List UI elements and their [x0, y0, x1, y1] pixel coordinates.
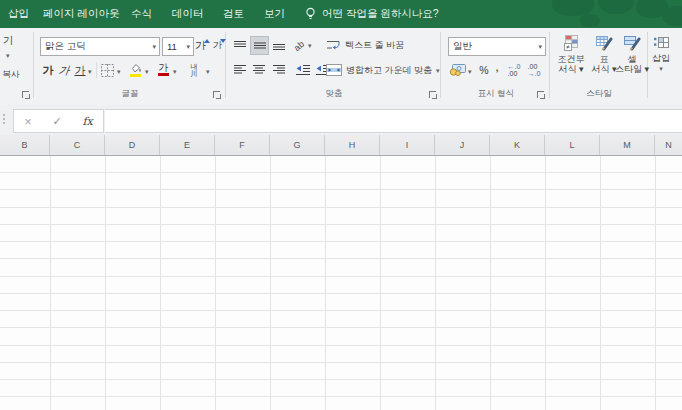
chevron-down-icon: ▾: [149, 43, 159, 50]
column-header-E[interactable]: E: [160, 135, 215, 155]
format-as-table-button[interactable]: 표 서식 ▾: [591, 35, 617, 91]
paste-button[interactable]: 기: [3, 34, 14, 48]
align-center-button[interactable]: [250, 61, 267, 78]
tab-data[interactable]: 데이터: [170, 0, 206, 28]
clipboard-group: 기 ▾ 복사: [0, 28, 33, 105]
font-color-dropdown-arrow[interactable]: ▾: [173, 68, 177, 75]
merge-center-icon: [326, 64, 342, 76]
font-group-label: 글꼴: [36, 88, 224, 100]
number-group-label: 표시 형식: [444, 88, 548, 100]
grow-font-button[interactable]: 가: [195, 36, 210, 54]
underline-button[interactable]: 가: [73, 61, 87, 79]
column-header-B[interactable]: B: [0, 135, 50, 155]
font-name-select[interactable]: 맑은 고딕 ▾: [40, 37, 160, 56]
accounting-format-icon: [449, 63, 466, 76]
tab-insert[interactable]: 삽입: [6, 0, 31, 28]
group-divider: [549, 32, 550, 98]
column-header-J[interactable]: J: [435, 135, 490, 155]
spreadsheet-grid[interactable]: [0, 156, 682, 410]
shrink-font-button[interactable]: 가: [212, 36, 227, 54]
number-group: 일반 ▾ ▾ % , ←.0 .00: [444, 28, 548, 105]
column-header-M[interactable]: M: [600, 135, 655, 155]
cell-styles-icon: [624, 35, 641, 51]
wrap-text-button[interactable]: 텍스트 줄 바꿈: [326, 36, 404, 54]
ribbon-content: 기 ▾ 복사 맑은 고딕 ▾ 11 ▾ 가 가 가 가: [0, 28, 682, 106]
name-box-resize-grip[interactable]: [3, 114, 5, 124]
tell-me-box[interactable]: 어떤 작업을 원하시나요?: [305, 0, 439, 28]
tab-formulas[interactable]: 수식: [129, 0, 154, 28]
column-header-G[interactable]: G: [270, 135, 325, 155]
font-size-select[interactable]: 11 ▾: [162, 37, 194, 56]
number-dialog-launcher[interactable]: [537, 91, 545, 99]
cell-styles-button[interactable]: 셀 스타일 ▾: [618, 35, 646, 91]
decrease-decimal-button[interactable]: .00 →.0: [525, 61, 543, 78]
styles-group-label: 스타일: [552, 88, 646, 100]
align-bottom-icon: [273, 40, 285, 51]
percent-style-button[interactable]: %: [477, 61, 491, 78]
column-header-H[interactable]: H: [325, 135, 380, 155]
fill-color-dropdown-arrow[interactable]: ▾: [145, 68, 149, 75]
merge-center-button[interactable]: 병합하고 가운데 맞춤 ▾: [326, 61, 440, 79]
phonetic-dropdown-arrow[interactable]: ▾: [206, 68, 210, 75]
cancel-button[interactable]: ×: [24, 114, 32, 129]
align-bottom-button[interactable]: [270, 37, 287, 54]
cell-styles-label: 셀 스타일 ▾: [615, 54, 649, 74]
column-headers: BCDEFGHIJKLMN: [0, 135, 682, 156]
decrease-indent-button[interactable]: [294, 61, 312, 78]
group-divider: [440, 32, 441, 98]
enter-button[interactable]: ✓: [53, 115, 62, 128]
align-top-icon: [234, 40, 246, 51]
clipboard-dialog-launcher[interactable]: [22, 91, 30, 99]
formula-input[interactable]: [105, 109, 682, 133]
underline-dropdown-arrow[interactable]: ▾: [88, 68, 92, 75]
insert-cells-button[interactable]: 삽입 ▾: [652, 35, 682, 91]
conditional-formatting-label: 조건부 서식 ▾: [558, 54, 585, 74]
align-center-icon: [253, 64, 265, 75]
align-left-icon: [234, 64, 246, 75]
font-color-button[interactable]: 가: [156, 60, 171, 78]
cells-group: 삽입 ▾: [650, 28, 682, 105]
increase-decimal-button[interactable]: ←.0 .00: [505, 61, 523, 78]
alignment-group-label: 맞춤: [228, 88, 440, 100]
copy-button[interactable]: 복사: [2, 68, 20, 81]
comma-style-button[interactable]: ,: [492, 58, 502, 75]
orientation-button[interactable]: ab ▾: [294, 37, 312, 54]
accounting-format-button[interactable]: [448, 61, 466, 78]
orientation-icon: ab: [292, 38, 306, 52]
alignment-group: ab ▾ 텍스트 줄 바꿈: [228, 28, 440, 105]
column-header-F[interactable]: F: [215, 135, 270, 155]
group-divider: [33, 32, 34, 98]
phonetic-guide-button[interactable]: 내 川: [184, 61, 204, 79]
borders-dropdown-arrow[interactable]: ▾: [117, 68, 121, 75]
number-format-select[interactable]: 일반 ▾: [448, 37, 546, 56]
column-header-D[interactable]: D: [105, 135, 160, 155]
font-size-value: 11: [163, 41, 183, 52]
align-top-button[interactable]: [231, 37, 248, 54]
bold-button[interactable]: 가: [41, 61, 55, 79]
align-right-icon: [273, 64, 285, 75]
column-header-K[interactable]: K: [490, 135, 545, 155]
fill-color-button[interactable]: [128, 61, 143, 79]
paste-dropdown-arrow[interactable]: ▾: [6, 52, 10, 59]
italic-button[interactable]: 가: [56, 61, 73, 79]
merge-dropdown-arrow: ▾: [436, 67, 440, 74]
align-middle-button[interactable]: [250, 36, 269, 55]
alignment-dialog-launcher[interactable]: [429, 91, 437, 99]
font-dialog-launcher[interactable]: [213, 91, 221, 99]
column-header-L[interactable]: L: [545, 135, 600, 155]
conditional-formatting-button[interactable]: ≠ 조건부 서식 ▾: [553, 35, 589, 91]
tab-review[interactable]: 검토: [221, 0, 246, 28]
column-header-C[interactable]: C: [50, 135, 105, 155]
tab-page-layout[interactable]: 페이지 레이아웃: [41, 0, 121, 28]
wrap-text-label: 텍스트 줄 바꿈: [345, 39, 404, 52]
borders-button[interactable]: [100, 62, 115, 78]
column-header-N[interactable]: N: [655, 135, 682, 155]
tab-view[interactable]: 보기: [262, 0, 287, 28]
align-left-button[interactable]: [231, 61, 248, 78]
align-right-button[interactable]: [270, 61, 287, 78]
insert-function-button[interactable]: fx: [82, 115, 92, 128]
font-name-value: 맑은 고딕: [41, 40, 149, 53]
accounting-dropdown-arrow[interactable]: ▾: [468, 68, 472, 75]
font-group: 맑은 고딕 ▾ 11 ▾ 가 가 가 가 가 ▾: [36, 28, 224, 105]
column-header-I[interactable]: I: [380, 135, 435, 155]
